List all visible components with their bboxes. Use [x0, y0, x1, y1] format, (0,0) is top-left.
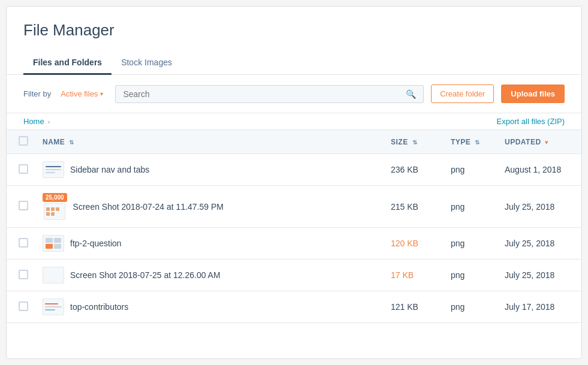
- filter-dropdown[interactable]: Active files ▾: [61, 89, 103, 98]
- row-size-cell: 120 KB: [384, 228, 444, 260]
- search-icon: 🔍: [406, 89, 416, 99]
- tab-files-folders[interactable]: Files and Folders: [23, 52, 111, 75]
- row-checkbox-cell: [7, 154, 35, 186]
- row-type-cell: png: [444, 154, 497, 186]
- search-input[interactable]: [123, 89, 406, 99]
- row-name-cell: top-contributors: [35, 291, 384, 323]
- col-header-updated[interactable]: UPDATED ▾: [497, 130, 581, 154]
- file-manager-window: File Manager Files and Folders Stock Ima…: [6, 6, 582, 359]
- row-name-cell: Screen Shot 2018-07-25 at 12.26.00 AM: [35, 260, 384, 291]
- file-badge: 25,000: [43, 193, 67, 202]
- chevron-down-icon: ▾: [100, 91, 103, 97]
- file-row-name: Sidebar nav and tabs: [43, 161, 376, 178]
- row-checkbox-cell: [7, 260, 35, 291]
- table-header-row: NAME ⇅ SIZE ⇅ TYPE ⇅ UPDATED ▾: [7, 130, 581, 154]
- row-size-cell: 121 KB: [384, 291, 444, 323]
- file-thumbnail: [43, 298, 64, 315]
- file-thumbnail: [43, 267, 64, 283]
- row-checkbox[interactable]: [19, 164, 28, 174]
- sort-icon-type: ⇅: [475, 139, 480, 146]
- breadcrumb-home: Home: [23, 117, 44, 126]
- row-type-cell: png: [444, 291, 497, 323]
- file-row-name: ftp-2-question: [43, 235, 376, 252]
- row-updated-cell: July 25, 2018: [497, 228, 581, 260]
- table-row: Sidebar nav and tabs236 KBpngAugust 1, 2…: [7, 154, 581, 186]
- create-folder-button[interactable]: Create folder: [431, 85, 494, 103]
- header-checkbox-cell: [7, 130, 35, 154]
- row-name-cell: 25,000 Screen Shot 2018-07-24 at 11.47.5…: [35, 186, 384, 228]
- row-size-cell: 236 KB: [384, 154, 444, 186]
- row-updated-cell: July 25, 2018: [497, 260, 581, 291]
- sort-icon-name: ⇅: [69, 139, 74, 146]
- sort-icon-updated: ▾: [545, 139, 548, 146]
- row-updated-cell: July 25, 2018: [497, 186, 581, 228]
- search-box: 🔍: [115, 85, 424, 103]
- upload-files-button[interactable]: Upload files: [501, 85, 565, 103]
- header: File Manager Files and Folders Stock Ima…: [7, 7, 581, 75]
- col-header-name[interactable]: NAME ⇅: [35, 130, 384, 154]
- file-thumbnail: [43, 235, 64, 252]
- filter-by-label: Filter by: [23, 89, 51, 98]
- row-size-cell: 17 KB: [384, 260, 444, 291]
- filter-value: Active files: [61, 89, 98, 98]
- row-checkbox-cell: [7, 291, 35, 323]
- row-checkbox-cell: [7, 228, 35, 260]
- row-checkbox[interactable]: [19, 238, 28, 248]
- toolbar: Filter by Active files ▾ 🔍 Create folder…: [7, 75, 581, 113]
- select-all-checkbox[interactable]: [19, 136, 28, 146]
- files-table: NAME ⇅ SIZE ⇅ TYPE ⇅ UPDATED ▾: [7, 129, 581, 323]
- breadcrumb[interactable]: Home ›: [23, 117, 50, 126]
- table-row: 25,000 Screen Shot 2018-07-24 at 11.47.5…: [7, 186, 581, 228]
- file-name[interactable]: top-contributors: [70, 302, 128, 312]
- row-updated-cell: July 17, 2018: [497, 291, 581, 323]
- file-name[interactable]: Sidebar nav and tabs: [70, 165, 149, 174]
- file-name[interactable]: ftp-2-question: [70, 239, 122, 248]
- breadcrumb-row: Home › Export all files (ZIP): [7, 113, 581, 129]
- row-type-cell: png: [444, 260, 497, 291]
- table-body: Sidebar nav and tabs236 KBpngAugust 1, 2…: [7, 154, 581, 323]
- file-thumbnail: [44, 203, 65, 220]
- table-row: ftp-2-question120 KBpngJuly 25, 2018: [7, 228, 581, 260]
- row-updated-cell: August 1, 2018: [497, 154, 581, 186]
- row-name-cell: ftp-2-question: [35, 228, 384, 260]
- table-row: Screen Shot 2018-07-25 at 12.26.00 AM17 …: [7, 260, 581, 291]
- col-header-size[interactable]: SIZE ⇅: [384, 130, 444, 154]
- file-thumbnail: [43, 161, 64, 178]
- row-checkbox[interactable]: [19, 201, 28, 210]
- app-title: File Manager: [23, 21, 565, 40]
- row-checkbox-cell: [7, 186, 35, 228]
- row-type-cell: png: [444, 228, 497, 260]
- row-checkbox[interactable]: [19, 270, 28, 279]
- col-header-type[interactable]: TYPE ⇅: [444, 130, 497, 154]
- file-name[interactable]: Screen Shot 2018-07-24 at 11.47.59 PM: [73, 202, 224, 212]
- row-name-cell: Sidebar nav and tabs: [35, 154, 384, 186]
- table-row: top-contributors121 KBpngJuly 17, 2018: [7, 291, 581, 323]
- row-checkbox[interactable]: [19, 301, 28, 311]
- file-row-name: top-contributors: [43, 298, 376, 315]
- file-row-name: Screen Shot 2018-07-25 at 12.26.00 AM: [43, 267, 376, 283]
- tabs-bar: Files and Folders Stock Images: [23, 52, 565, 74]
- file-name[interactable]: Screen Shot 2018-07-25 at 12.26.00 AM: [70, 270, 221, 280]
- sort-icon-size: ⇅: [412, 139, 418, 146]
- chevron-right-icon: ›: [48, 118, 50, 125]
- export-link[interactable]: Export all files (ZIP): [497, 117, 565, 126]
- row-size-cell: 215 KB: [384, 186, 444, 228]
- file-row-name: 25,000 Screen Shot 2018-07-24 at 11.47.5…: [43, 193, 376, 220]
- row-type-cell: png: [444, 186, 497, 228]
- tab-stock-images[interactable]: Stock Images: [111, 52, 182, 75]
